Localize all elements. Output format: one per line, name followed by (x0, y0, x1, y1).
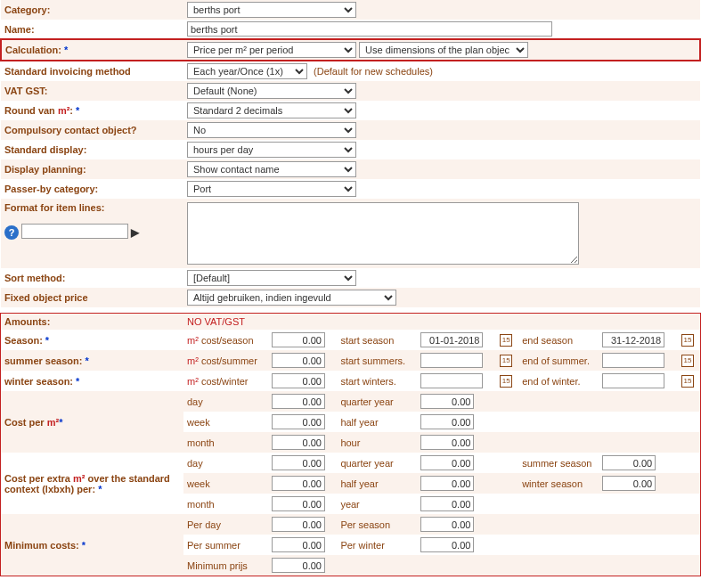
calendar-icon[interactable]: 15 (500, 355, 512, 367)
ce-summer[interactable] (602, 455, 656, 470)
end-summer-label: end of summer. (518, 350, 599, 371)
cpm-half[interactable] (420, 414, 474, 429)
ce-year[interactable] (420, 496, 474, 511)
category-label: Category: (1, 0, 183, 20)
cpm-hour[interactable] (420, 435, 474, 450)
costperm2-label: Cost per m²* (1, 391, 183, 453)
start-season-input[interactable] (420, 332, 483, 347)
winter-label: winter season: * (1, 371, 183, 391)
season-unit: cost/season (201, 335, 254, 346)
calculation-select-1[interactable]: Price per m² per period (187, 42, 356, 58)
cpm-week[interactable] (272, 414, 325, 429)
min-winter[interactable] (420, 537, 474, 552)
sort-label: Sort method: (1, 268, 183, 288)
cpm-quarter[interactable] (420, 394, 474, 409)
season-label: Season: * (1, 330, 183, 350)
cpm-day[interactable] (272, 394, 325, 409)
ce-winter[interactable] (602, 476, 656, 491)
costextra-label: Cost per extra m² over the standard cont… (1, 453, 183, 514)
start-season-label: start season (337, 330, 417, 350)
min-price[interactable] (272, 558, 325, 573)
cpm-month[interactable] (272, 435, 325, 450)
stddisplay-select[interactable]: hours per day (187, 142, 356, 158)
calculation-select-2[interactable]: Use dimensions of the plan objec (359, 42, 528, 58)
passer-label: Passer-by category: (1, 179, 183, 199)
end-winter-label: end of winter. (518, 371, 599, 391)
round-label: Round van m²: * (1, 101, 183, 120)
name-label: Name: (1, 20, 183, 39)
calendar-icon[interactable]: 15 (500, 334, 512, 347)
name-input[interactable] (187, 21, 552, 37)
fixed-select[interactable]: Altijd gebruiken, indien ingevuld (187, 290, 396, 306)
sort-select[interactable]: [Default] (187, 270, 356, 286)
calculation-label: Calculation: * (1, 39, 183, 61)
winter-cost-input[interactable] (272, 373, 325, 388)
category-select[interactable]: berths port (187, 2, 356, 18)
compulsory-label: Compulsory contact object? (1, 120, 183, 140)
ce-week[interactable] (272, 476, 325, 491)
passer-select[interactable]: Port (187, 181, 356, 197)
help-icon[interactable]: ? (4, 225, 19, 240)
ce-day[interactable] (272, 455, 325, 470)
start-winter-input[interactable] (420, 373, 483, 388)
min-day[interactable] (272, 517, 325, 532)
min-season[interactable] (420, 517, 474, 532)
fixed-label: Fixed object price (1, 288, 183, 307)
invoicing-note: (Default for new schedules) (310, 66, 433, 77)
calendar-icon[interactable]: 15 (681, 334, 694, 347)
format-label: Format for item lines: ? ▶ (1, 199, 183, 268)
ce-quarter[interactable] (420, 455, 474, 470)
invoicing-select[interactable]: Each year/Once (1x) (187, 63, 307, 79)
summer-cost-input[interactable] (272, 353, 325, 368)
dispplan-label: Display planning: (1, 159, 183, 179)
start-winter-label: start winters. (337, 371, 417, 391)
summer-label: summer season: * (1, 350, 183, 371)
ce-month[interactable] (272, 496, 325, 511)
stddisplay-label: Standard display: (1, 140, 183, 159)
invoicing-label: Standard invoicing method (1, 61, 183, 81)
ce-half[interactable] (420, 476, 474, 491)
min-summer[interactable] (272, 537, 325, 552)
start-summer-label: start summers. (337, 350, 417, 371)
season-cost-input[interactable] (272, 332, 325, 347)
minimum-label: Minimum costs: * (1, 514, 183, 576)
format-textarea[interactable] (187, 202, 579, 265)
vat-label: VAT GST: (1, 81, 183, 101)
dispplan-select[interactable]: Show contact name (187, 161, 356, 177)
vat-select[interactable]: Default (None) (187, 83, 356, 99)
start-summer-input[interactable] (420, 353, 483, 368)
end-season-input[interactable] (602, 332, 664, 347)
end-summer-input[interactable] (602, 353, 664, 368)
calendar-icon[interactable]: 15 (681, 355, 694, 367)
compulsory-select[interactable]: No (187, 122, 356, 138)
end-season-label: end season (518, 330, 599, 350)
arrow-icon[interactable]: ▶ (131, 226, 139, 239)
format-input[interactable] (21, 224, 128, 239)
calendar-icon[interactable]: 15 (500, 375, 512, 388)
round-select[interactable]: Standard 2 decimals (187, 102, 356, 118)
calendar-icon[interactable]: 15 (681, 375, 694, 388)
end-winter-input[interactable] (602, 373, 664, 388)
amounts-label: Amounts: (1, 314, 183, 330)
amounts-note: NO VAT/GST (183, 314, 700, 330)
